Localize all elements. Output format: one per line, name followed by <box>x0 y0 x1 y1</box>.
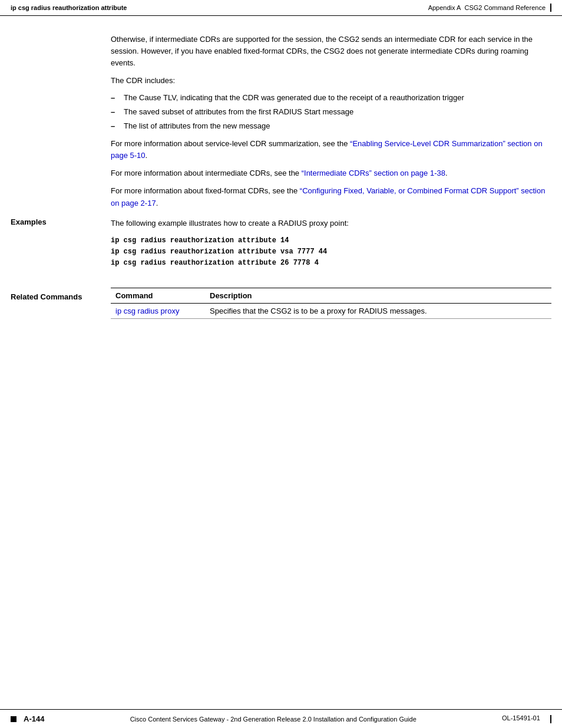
header-appendix: Appendix A <box>428 4 461 11</box>
examples-description: The following example illustrates how to… <box>111 218 551 229</box>
examples-label: Examples <box>11 218 111 274</box>
list-item: – The list of attributes from the new me… <box>111 120 551 132</box>
bullet-dash-icon: – <box>111 92 119 104</box>
header-left: ip csg radius reauthorization attribute <box>11 4 127 11</box>
intro-paragraph-2: The CDR includes: <box>111 75 551 87</box>
bullet-text-1: The Cause TLV, indicating that the CDR w… <box>124 92 464 104</box>
table-cell-description: Specifies that the CSG2 is to be a proxy… <box>205 304 551 319</box>
code-block: ip csg radius reauthorization attribute … <box>111 235 551 269</box>
link-para-2-prefix: For more information about intermediate … <box>111 169 302 177</box>
footer-left: A-144 <box>11 714 44 723</box>
footer-square-icon <box>11 716 16 722</box>
footer-separator-icon <box>550 715 551 723</box>
bullet-dash-icon: – <box>111 120 119 132</box>
code-line-3: ip csg radius reauthorization attribute … <box>111 258 551 269</box>
intro-paragraph-1: Otherwise, if intermediate CDRs are supp… <box>111 34 551 69</box>
examples-section: Examples The following example illustrat… <box>11 218 551 274</box>
link-para-3-suffix: . <box>156 199 158 207</box>
link-para-2-suffix: . <box>445 169 448 177</box>
intro-section: Otherwise, if intermediate CDRs are supp… <box>11 34 551 209</box>
footer-right: OL-15491-01 <box>502 714 551 723</box>
footer-page-number: A-144 <box>24 714 44 723</box>
bullet-list: – The Cause TLV, indicating that the CDR… <box>111 92 551 132</box>
command-link[interactable]: ip csg radius proxy <box>115 307 179 315</box>
list-item: – The saved subset of attributes from th… <box>111 106 551 118</box>
bullet-text-2: The saved subset of attributes from the … <box>124 106 353 118</box>
related-commands-table: Command Description ip csg radius proxy … <box>111 288 551 319</box>
page-header: ip csg radius reauthorization attribute … <box>0 0 562 16</box>
code-line-2: ip csg radius reauthorization attribute … <box>111 246 551 258</box>
page-content: Otherwise, if intermediate CDRs are supp… <box>0 16 562 694</box>
related-table-wrap: Command Description ip csg radius proxy … <box>111 288 551 319</box>
code-line-1: ip csg radius reauthorization attribute … <box>111 235 551 246</box>
table-header-command: Command <box>111 288 205 304</box>
related-commands-label: Related Commands <box>11 288 111 319</box>
link-2[interactable]: “Intermediate CDRs” section on page 1-38 <box>302 169 445 177</box>
header-title: CSG2 Command Reference <box>464 4 546 11</box>
footer-doc-number: OL-15491-01 <box>502 714 540 722</box>
link-para-1-suffix: . <box>146 151 148 160</box>
link-paragraph-3: For more information about fixed-format … <box>111 185 551 209</box>
related-commands-label-text: Related Commands <box>11 292 82 301</box>
examples-label-text: Examples <box>11 218 47 226</box>
footer-center: Cisco Content Services Gateway - 2nd Gen… <box>130 716 416 723</box>
table-row: ip csg radius proxy Specifies that the C… <box>111 304 551 319</box>
header-right: Appendix A CSG2 Command Reference <box>428 4 551 12</box>
table-cell-command: ip csg radius proxy <box>111 304 205 319</box>
link-paragraph-2: For more information about intermediate … <box>111 167 551 179</box>
list-item: – The Cause TLV, indicating that the CDR… <box>111 92 551 104</box>
related-commands-section: Related Commands Command Description ip … <box>11 288 551 319</box>
table-header-description: Description <box>205 288 551 304</box>
link-para-3-prefix: For more information about fixed-format … <box>111 186 300 195</box>
examples-body: The following example illustrates how to… <box>111 218 551 274</box>
link-para-1-prefix: For more information about service-level… <box>111 139 350 148</box>
link-paragraph-1: For more information about service-level… <box>111 138 551 162</box>
bullet-text-3: The list of attributes from the new mess… <box>124 120 270 132</box>
bullet-dash-icon: – <box>111 106 119 118</box>
header-separator-icon <box>550 4 551 12</box>
page-footer: A-144 Cisco Content Services Gateway - 2… <box>0 709 562 728</box>
table-header-row: Command Description <box>111 288 551 304</box>
